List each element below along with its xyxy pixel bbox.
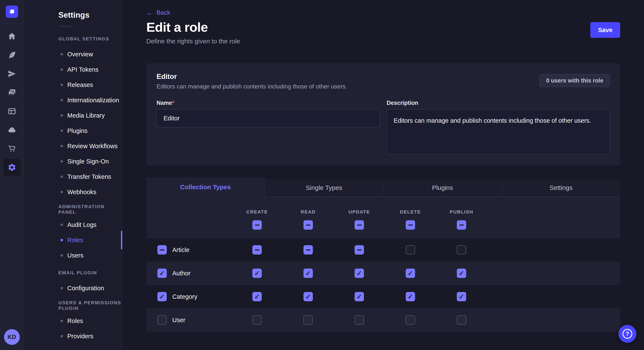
- sidebar-item-label: Overview: [67, 51, 93, 58]
- author-read-checkbox[interactable]: [304, 269, 313, 278]
- sidebar-item-label: Webhooks: [67, 189, 96, 196]
- user-create-checkbox[interactable]: [252, 315, 262, 325]
- section-users-permissions-plugin: USERS & PERMISSIONS PLUGIN: [24, 298, 122, 313]
- author-create-checkbox[interactable]: [252, 269, 262, 278]
- author-publish-checkbox[interactable]: [457, 269, 466, 278]
- back-link[interactable]: ← Back: [146, 9, 170, 16]
- user-avatar[interactable]: KD: [4, 329, 20, 345]
- sidebar-item-up-roles[interactable]: Roles: [24, 313, 122, 329]
- home-icon[interactable]: [4, 28, 20, 45]
- sidebar-item-label: Roles: [67, 318, 83, 325]
- cloud-icon[interactable]: [4, 121, 20, 138]
- back-label: Back: [156, 9, 170, 16]
- permissions-table: CREATE READ UPDATE DELETE PUBLISH: [146, 197, 620, 332]
- permissions-tabs: Collection Types Single Types Plugins Se…: [146, 177, 620, 197]
- user-update-checkbox[interactable]: [354, 315, 364, 325]
- users-with-role-badge[interactable]: 0 users with this role: [540, 74, 610, 87]
- tab-collection-types[interactable]: Collection Types: [146, 177, 265, 197]
- sidebar-item-api-tokens[interactable]: API Tokens: [24, 62, 122, 77]
- author-delete-checkbox[interactable]: [406, 269, 415, 278]
- select-all-delete-checkbox[interactable]: [406, 220, 415, 230]
- bullet-icon: [60, 239, 63, 241]
- user-read-checkbox[interactable]: [304, 315, 313, 325]
- sidebar-item-webhooks[interactable]: Webhooks: [24, 184, 122, 200]
- help-button[interactable]: ?: [618, 325, 636, 343]
- deploy-send-icon[interactable]: [4, 65, 20, 82]
- sidebar-item-transfer-tokens[interactable]: Transfer Tokens: [24, 169, 122, 184]
- sidebar-item-internationalization[interactable]: Internationalization: [24, 93, 122, 108]
- bullet-icon: [60, 53, 63, 55]
- bullet-icon: [60, 175, 63, 178]
- name-input[interactable]: [156, 109, 380, 127]
- select-all-publish-checkbox[interactable]: [457, 220, 466, 230]
- sidebar-item-review-workflows[interactable]: Review Workflows: [24, 138, 122, 154]
- description-textarea[interactable]: Editors can manage and publish contents …: [387, 109, 610, 154]
- article-publish-checkbox[interactable]: [457, 245, 466, 255]
- article-read-checkbox[interactable]: [304, 245, 313, 255]
- marketplace-cart-icon[interactable]: [4, 140, 20, 157]
- sidebar-item-plugins[interactable]: Plugins: [24, 123, 122, 138]
- save-button[interactable]: Save: [590, 22, 620, 38]
- sidebar-item-roles-active[interactable]: Roles: [24, 232, 122, 248]
- article-update-checkbox[interactable]: [354, 245, 364, 255]
- bullet-icon: [60, 68, 63, 71]
- main-nav-rail: KD: [0, 0, 24, 350]
- sidebar-item-single-sign-on[interactable]: Single Sign-On: [24, 154, 122, 169]
- main-content: ← Back Edit a role Define the rights giv…: [122, 0, 644, 350]
- settings-gear-icon[interactable]: [4, 159, 20, 176]
- sidebar-item-overview[interactable]: Overview: [24, 47, 122, 62]
- row-label: Article: [172, 246, 190, 253]
- content-manager-feather-icon[interactable]: [4, 47, 20, 64]
- tab-single-types[interactable]: Single Types: [265, 179, 383, 197]
- article-delete-checkbox[interactable]: [406, 245, 415, 255]
- article-create-checkbox[interactable]: [252, 245, 262, 255]
- settings-subnav: Settings GLOBAL SETTINGS Overview API To…: [24, 0, 122, 350]
- bullet-icon: [60, 287, 63, 289]
- category-delete-checkbox[interactable]: [406, 292, 415, 301]
- subnav-title: Settings: [58, 11, 122, 19]
- user-publish-checkbox[interactable]: [457, 315, 466, 325]
- strapi-logo-glyph: [8, 8, 16, 15]
- sidebar-item-releases[interactable]: Releases: [24, 77, 122, 93]
- content-type-builder-icon[interactable]: [4, 103, 20, 120]
- tab-plugins[interactable]: Plugins: [383, 179, 502, 197]
- select-all-read-checkbox[interactable]: [304, 220, 313, 230]
- bullet-icon: [60, 160, 63, 163]
- strapi-logo[interactable]: [6, 5, 18, 18]
- tab-settings[interactable]: Settings: [502, 179, 620, 197]
- sidebar-item-configuration[interactable]: Configuration: [24, 280, 122, 296]
- bullet-icon: [60, 114, 63, 117]
- user-delete-checkbox[interactable]: [406, 315, 415, 325]
- row-select-checkbox[interactable]: [158, 245, 167, 255]
- required-asterisk: *: [172, 100, 175, 106]
- select-all-create-checkbox[interactable]: [252, 220, 262, 230]
- sidebar-item-label: Users: [67, 252, 84, 259]
- category-create-checkbox[interactable]: [252, 292, 262, 301]
- permissions-panel: Collection Types Single Types Plugins Se…: [146, 177, 620, 332]
- sidebar-item-users[interactable]: Users: [24, 248, 122, 263]
- sidebar-item-media-library[interactable]: Media Library: [24, 108, 122, 123]
- description-field-label: Description: [387, 100, 610, 106]
- column-header-update: UPDATE: [348, 209, 370, 215]
- role-details-card: Editor Editors can manage and publish co…: [146, 63, 620, 166]
- row-select-checkbox[interactable]: [158, 315, 167, 325]
- media-library-icon[interactable]: [4, 84, 20, 101]
- category-publish-checkbox[interactable]: [457, 292, 466, 301]
- row-select-checkbox[interactable]: [158, 269, 167, 278]
- sidebar-item-providers[interactable]: Providers: [24, 329, 122, 344]
- sidebar-item-label: Providers: [67, 333, 94, 340]
- bullet-icon: [60, 254, 63, 257]
- column-header-create: CREATE: [246, 209, 268, 215]
- column-header-publish: PUBLISH: [450, 209, 474, 215]
- bullet-icon: [60, 223, 63, 226]
- select-all-update-checkbox[interactable]: [354, 220, 364, 230]
- category-read-checkbox[interactable]: [304, 292, 313, 301]
- category-update-checkbox[interactable]: [354, 292, 364, 301]
- row-select-checkbox[interactable]: [158, 292, 167, 301]
- sidebar-item-audit-logs[interactable]: Audit Logs: [24, 217, 122, 232]
- table-row-category: Category: [146, 285, 620, 308]
- name-label-text: Name: [156, 100, 172, 106]
- bullet-icon: [60, 335, 63, 338]
- bullet-icon: [60, 320, 63, 322]
- author-update-checkbox[interactable]: [354, 269, 364, 278]
